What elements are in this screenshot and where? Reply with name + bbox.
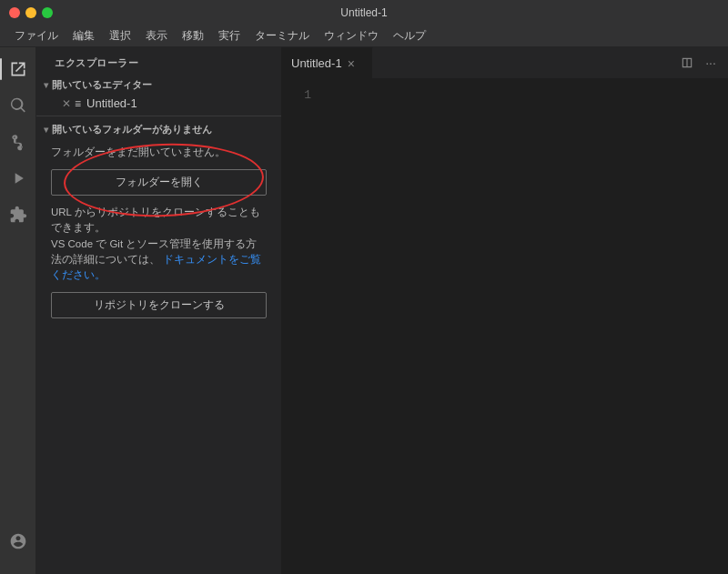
sidebar: エクスプローラー ▾ 開いているエディター ✕ ≡ Untitled-1 ▾ 開… — [36, 47, 282, 574]
open-editors-label: 開いているエディター — [52, 78, 152, 92]
tab-label: Untitled-1 — [291, 56, 342, 70]
search-activity-icon[interactable] — [4, 91, 33, 120]
run-activity-icon[interactable] — [4, 164, 33, 193]
line-number-1: 1 — [289, 88, 311, 102]
extensions-activity-icon[interactable] — [4, 200, 33, 229]
editor-tab-untitled[interactable]: Untitled-1 × — [282, 47, 373, 78]
sidebar-title: エクスプローラー — [36, 47, 281, 76]
menu-select[interactable]: 選択 — [102, 26, 138, 45]
editor-content: 1 — [282, 79, 728, 574]
editor-area: Untitled-1 × ··· 1 — [282, 47, 728, 574]
source-control-activity-icon[interactable] — [4, 127, 33, 156]
menu-file[interactable]: ファイル — [7, 26, 66, 45]
menu-window[interactable]: ウィンドウ — [317, 26, 386, 45]
no-folder-message: フォルダーをまだ開いていません。 — [36, 139, 281, 164]
clone-repo-button[interactable]: リポジトリをクローンする — [51, 292, 267, 318]
activity-bar — [0, 47, 36, 574]
traffic-lights — [0, 7, 53, 18]
explorer-activity-icon[interactable] — [4, 55, 33, 84]
editor-text-area[interactable] — [318, 79, 728, 574]
menu-view[interactable]: 表示 — [138, 26, 175, 45]
open-editors-header[interactable]: ▾ 開いているエディター — [36, 76, 281, 95]
menu-edit[interactable]: 編集 — [66, 26, 102, 45]
tab-close-icon[interactable]: × — [348, 57, 355, 70]
file-item-untitled[interactable]: ✕ ≡ Untitled-1 — [36, 95, 281, 112]
file-close-icon[interactable]: ✕ — [62, 97, 71, 110]
file-icon: ≡ — [75, 97, 81, 110]
divider — [36, 116, 281, 116]
no-folder-label: 開いているフォルダーがありません — [52, 123, 212, 136]
file-name: Untitled-1 — [86, 96, 137, 110]
minimize-button[interactable] — [25, 7, 36, 18]
chevron-down-icon-2: ▾ — [44, 125, 48, 135]
account-activity-icon[interactable] — [4, 527, 33, 556]
more-actions-button[interactable]: ··· — [701, 53, 721, 73]
open-folder-button[interactable]: フォルダーを開く — [51, 169, 267, 196]
close-button[interactable] — [9, 7, 20, 18]
source-text-1: URL からリポジトリをクローンすることもできます。 VS Code で Git… — [36, 201, 281, 287]
menu-run[interactable]: 実行 — [211, 26, 248, 45]
menu-terminal[interactable]: ターミナル — [248, 26, 317, 45]
main-layout: エクスプローラー ▾ 開いているエディター ✕ ≡ Untitled-1 ▾ 開… — [0, 47, 728, 574]
ellipsis-icon: ··· — [705, 55, 716, 70]
chevron-down-icon: ▾ — [44, 80, 48, 90]
line-numbers: 1 — [282, 79, 318, 574]
maximize-button[interactable] — [42, 7, 53, 18]
window-title: Untitled-1 — [0, 6, 728, 19]
menu-help[interactable]: ヘルプ — [386, 26, 433, 45]
editor-tabs: Untitled-1 × ··· — [282, 47, 728, 79]
no-folder-header[interactable]: ▾ 開いているフォルダーがありません — [36, 120, 281, 139]
editor-tab-actions: ··· — [677, 53, 728, 73]
split-editor-button[interactable] — [677, 53, 697, 73]
menu-bar: ファイル 編集 選択 表示 移動 実行 ターミナル ウィンドウ ヘルプ — [0, 25, 728, 47]
menu-goto[interactable]: 移動 — [175, 26, 211, 45]
title-bar: Untitled-1 — [0, 0, 728, 25]
